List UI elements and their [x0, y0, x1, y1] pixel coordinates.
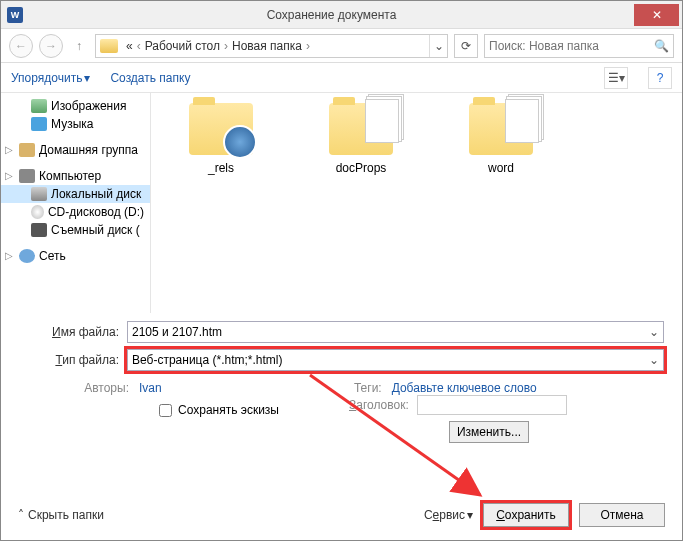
tags-label: Теги:	[312, 381, 382, 395]
breadcrumb[interactable]: « ‹ Рабочий стол › Новая папка › ⌄	[95, 34, 448, 58]
chevron-down-icon: ▾	[84, 71, 90, 85]
sidebar-item-label: CD-дисковод (D:)	[48, 205, 144, 219]
service-menu[interactable]: Сервис ▾	[424, 508, 473, 522]
up-button[interactable]: ↑	[69, 36, 89, 56]
sidebar-item-label: Локальный диск	[51, 187, 141, 201]
sidebar: ИзображенияМузыка▷Домашняя группа▷Компью…	[1, 93, 151, 313]
sidebar-item-label: Съемный диск (	[51, 223, 140, 237]
save-form: Имя файла: 2105 и 2107.htm⌄ Тип файла: В…	[1, 313, 682, 451]
pc-icon	[19, 169, 35, 183]
folder-icon	[329, 103, 393, 155]
search-input[interactable]	[489, 39, 654, 53]
sidebar-item[interactable]: Компьютер	[1, 167, 150, 185]
breadcrumb-dropdown[interactable]: ⌄	[429, 35, 447, 57]
cd-icon	[31, 205, 44, 219]
authors-value[interactable]: Ivan	[139, 381, 162, 395]
filetype-select[interactable]: Веб-страница (*.htm;*.html)⌄	[127, 349, 664, 371]
save-button[interactable]: Сохранить	[483, 503, 569, 527]
sidebar-item[interactable]: Изображения	[1, 97, 150, 115]
search-icon[interactable]: 🔍	[654, 39, 669, 53]
chevron-up-icon: ˄	[18, 508, 24, 522]
search-box[interactable]: 🔍	[484, 34, 674, 58]
title-input[interactable]	[417, 395, 567, 415]
folder-label: docProps	[336, 161, 387, 175]
sidebar-item-label: Сеть	[39, 249, 66, 263]
authors-label: Авторы:	[59, 381, 129, 395]
folder-icon	[189, 103, 253, 155]
title-label: Заголовок:	[349, 398, 409, 412]
folder-label: word	[488, 161, 514, 175]
sidebar-item[interactable]: Локальный диск	[1, 185, 150, 203]
filetype-label: Тип файла:	[19, 353, 119, 367]
window-title: Сохранение документа	[29, 8, 634, 22]
folder-content[interactable]: _relsdocPropsword	[151, 93, 682, 313]
organize-menu[interactable]: Упорядочить▾	[11, 71, 90, 85]
close-button[interactable]: ✕	[634, 4, 679, 26]
folder-item[interactable]: word	[451, 103, 551, 175]
new-folder-button[interactable]: Создать папку	[110, 71, 190, 85]
sidebar-item-label: Компьютер	[39, 169, 101, 183]
folder-icon	[100, 39, 118, 53]
app-icon: W	[7, 7, 23, 23]
expander-icon[interactable]: ▷	[5, 144, 13, 155]
sidebar-item[interactable]: Сеть	[1, 247, 150, 265]
expander-icon[interactable]: ▷	[5, 170, 13, 181]
chevron-down-icon[interactable]: ⌄	[649, 353, 659, 367]
explorer-body: ИзображенияМузыка▷Домашняя группа▷Компью…	[1, 93, 682, 313]
save-thumbnails-checkbox[interactable]	[159, 404, 172, 417]
filename-input[interactable]: 2105 и 2107.htm⌄	[127, 321, 664, 343]
folder-icon	[469, 103, 533, 155]
hide-folders-button[interactable]: ˄Скрыть папки	[18, 508, 104, 522]
tags-value[interactable]: Добавьте ключевое слово	[392, 381, 537, 395]
sidebar-item[interactable]: Музыка	[1, 115, 150, 133]
sidebar-item-label: Изображения	[51, 99, 126, 113]
filename-label: Имя файла:	[19, 325, 119, 339]
save-button-text: охранить	[505, 508, 556, 522]
net-icon	[19, 249, 35, 263]
sidebar-item-label: Домашняя группа	[39, 143, 138, 157]
chevron-down-icon: ▾	[467, 508, 473, 522]
refresh-button[interactable]: ⟳	[454, 34, 478, 58]
sidebar-item[interactable]: Съемный диск (	[1, 221, 150, 239]
usb-icon	[31, 223, 47, 237]
titlebar: W Сохранение документа ✕	[1, 1, 682, 29]
back-button[interactable]: ←	[9, 34, 33, 58]
help-button[interactable]: ?	[648, 67, 672, 89]
save-thumbnails-label: Сохранять эскизы	[178, 403, 279, 417]
sidebar-item-label: Музыка	[51, 117, 93, 131]
chevron-down-icon[interactable]: ⌄	[649, 325, 659, 339]
toolbar: Упорядочить▾ Создать папку ☰▾ ?	[1, 63, 682, 93]
breadcrumb-prefix: «	[122, 39, 137, 53]
bottombar: ˄Скрыть папки Сервис ▾ Сохранить Отмена	[0, 497, 683, 533]
expander-icon[interactable]: ▷	[5, 250, 13, 261]
filename-label-text: мя файла:	[61, 325, 119, 339]
folder-item[interactable]: docProps	[311, 103, 411, 175]
breadcrumb-item[interactable]: Рабочий стол	[141, 39, 224, 53]
cancel-button[interactable]: Отмена	[579, 503, 665, 527]
drive-icon	[31, 187, 47, 201]
breadcrumb-item[interactable]: Новая папка	[228, 39, 306, 53]
navbar: ← → ↑ « ‹ Рабочий стол › Новая папка › ⌄…	[1, 29, 682, 63]
pic-icon	[31, 99, 47, 113]
music-icon	[31, 117, 47, 131]
sidebar-item[interactable]: Домашняя группа	[1, 141, 150, 159]
forward-button[interactable]: →	[39, 34, 63, 58]
sidebar-item[interactable]: CD-дисковод (D:)	[1, 203, 150, 221]
view-options-button[interactable]: ☰▾	[604, 67, 628, 89]
home-icon	[19, 143, 35, 157]
change-button[interactable]: Изменить...	[449, 421, 529, 443]
chevron-right-icon: ›	[306, 39, 310, 53]
folder-item[interactable]: _rels	[171, 103, 271, 175]
folder-label: _rels	[208, 161, 234, 175]
